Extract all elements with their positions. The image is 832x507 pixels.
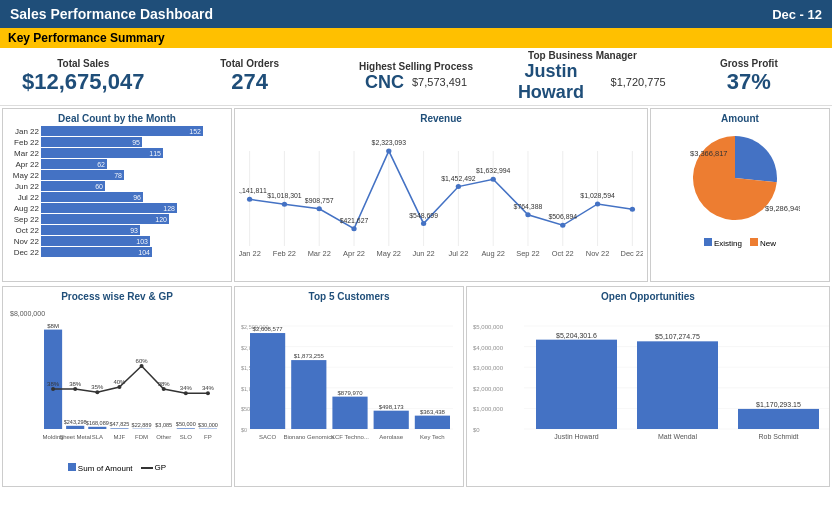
process-wise-title: Process wise Rev & GP (7, 291, 227, 302)
svg-text:Jul 22: Jul 22 (448, 249, 468, 258)
svg-text:$1,873,255: $1,873,255 (294, 353, 325, 359)
bottom-area: Process wise Rev & GP $8,000,000$8MMoldi… (0, 284, 832, 489)
svg-text:$2,000,000: $2,000,000 (473, 386, 504, 392)
hbar-value: 115 (149, 150, 161, 157)
svg-text:$908,757: $908,757 (305, 197, 334, 204)
hbar-bar: 96 (41, 192, 143, 202)
svg-rect-102 (250, 333, 285, 429)
svg-point-46 (630, 207, 635, 212)
svg-rect-50 (44, 330, 62, 429)
hbar-label: Jun 22 (7, 182, 39, 191)
svg-text:Key Tech: Key Tech (420, 434, 445, 440)
hbar-value: 96 (133, 194, 141, 201)
header: Sales Performance Dashboard Dec - 12 (0, 0, 832, 28)
hbar-bar: 128 (41, 203, 177, 213)
open-opps-chart: Open Opportunities $5,000,000$4,000,000$… (466, 286, 830, 487)
top-manager-value: $1,720,775 (611, 76, 666, 88)
deal-bar-row: Jan 22 152 (7, 126, 227, 136)
hbar-bar: 104 (41, 247, 152, 257)
hbar-value: 95 (132, 139, 140, 146)
svg-text:$1,632,994: $1,632,994 (476, 167, 511, 174)
hbar-value: 62 (97, 161, 105, 168)
hbar-label: Jul 22 (7, 193, 39, 202)
deal-bar-row: Apr 22 62 (7, 159, 227, 169)
svg-text:$5,107,274.75: $5,107,274.75 (655, 333, 700, 340)
svg-point-34 (421, 221, 426, 226)
svg-text:Nov 22: Nov 22 (586, 249, 610, 258)
svg-text:SLO: SLO (180, 434, 192, 440)
svg-text:$548,699: $548,699 (409, 212, 438, 219)
hbar-label: Oct 22 (7, 226, 39, 235)
deal-bar-row: Nov 22 103 (7, 236, 227, 246)
deal-bar-row: Mar 22 115 (7, 148, 227, 158)
total-sales-value: $12,675,047 (0, 69, 166, 95)
sum-amount-legend: Sum of Amount (68, 463, 133, 473)
svg-point-32 (386, 149, 391, 154)
hbar-label: Jan 22 (7, 127, 39, 136)
svg-text:Rob Schmidt: Rob Schmidt (758, 433, 798, 440)
deal-count-bars: Jan 22 152 Feb 22 95 Mar 22 115 Apr 22 6… (7, 126, 227, 257)
svg-text:Mar 22: Mar 22 (308, 249, 331, 258)
revenue-chart: Revenue Jan 22Feb 22Mar 22Apr 22May 22Ju… (234, 108, 648, 282)
deal-bar-row: Sep 22 120 (7, 214, 227, 224)
svg-text:$506,894: $506,894 (548, 213, 577, 220)
svg-text:$1,141,811: $1,141,811 (239, 187, 267, 194)
highest-process-value: $7,573,491 (412, 76, 467, 88)
svg-text:60%: 60% (136, 358, 149, 364)
svg-text:Sheet Metal: Sheet Metal (59, 434, 91, 440)
hbar-bar: 95 (41, 137, 142, 147)
svg-text:$2,608,577: $2,608,577 (253, 326, 284, 332)
svg-text:Matt Wendal: Matt Wendal (658, 433, 698, 440)
svg-text:$9,286,949: $9,286,949 (765, 204, 800, 213)
svg-text:$0: $0 (473, 427, 480, 433)
svg-text:$30,000: $30,000 (198, 422, 218, 428)
kpi-row: Total Sales $12,675,047 Total Orders 274… (0, 48, 832, 106)
gross-profit-label: Gross Profit (666, 58, 832, 69)
svg-rect-68 (177, 428, 195, 429)
svg-point-74 (51, 387, 55, 391)
svg-text:Dec 22: Dec 22 (621, 249, 643, 258)
hbar-label: Sep 22 (7, 215, 39, 224)
opps-svg: $5,000,000$4,000,000$3,000,000$2,000,000… (471, 304, 830, 459)
svg-text:Justin Howard: Justin Howard (554, 433, 598, 440)
kpi-gross-profit: Gross Profit 37% (666, 58, 832, 95)
revenue-title: Revenue (239, 113, 643, 124)
new-legend: New (750, 238, 776, 248)
pie-svg: $3,366,817$9,286,949 (680, 126, 800, 236)
svg-point-24 (247, 197, 252, 202)
svg-point-36 (456, 184, 461, 189)
hbar-value: 128 (163, 205, 175, 212)
svg-text:May 22: May 22 (377, 249, 401, 258)
svg-text:$1,028,594: $1,028,594 (580, 192, 615, 199)
hbar-bar: 78 (41, 170, 124, 180)
header-date: Dec - 12 (772, 7, 822, 22)
svg-text:FP: FP (204, 434, 212, 440)
svg-point-80 (117, 385, 121, 389)
svg-rect-59 (110, 428, 128, 429)
top-customers-title: Top 5 Customers (239, 291, 459, 302)
svg-text:34%: 34% (180, 385, 193, 391)
kpi-highest-process: Highest Selling Process CNC $7,573,491 (333, 61, 499, 93)
top-customers-chart: Top 5 Customers $2,500,000$2,000,000$1,5… (234, 286, 464, 487)
svg-text:Aerolase: Aerolase (379, 434, 403, 440)
svg-point-88 (206, 391, 210, 395)
svg-text:$22,889: $22,889 (132, 422, 152, 428)
svg-point-76 (73, 387, 77, 391)
deal-bar-row: Dec 22 104 (7, 247, 227, 257)
svg-text:34%: 34% (202, 385, 215, 391)
hbar-bar: 120 (41, 214, 169, 224)
total-orders-label: Total Orders (166, 58, 332, 69)
svg-rect-108 (332, 397, 367, 429)
svg-text:$2,323,093: $2,323,093 (372, 139, 407, 146)
svg-text:$1,000,000: $1,000,000 (473, 406, 504, 412)
svg-text:$47,825: $47,825 (109, 421, 129, 427)
hbar-bar: 60 (41, 181, 105, 191)
svg-text:Bionano Genomics: Bionano Genomics (283, 434, 334, 440)
svg-point-86 (184, 391, 188, 395)
hbar-value: 152 (189, 128, 201, 135)
top-manager-name: Justin Howard (499, 61, 602, 103)
svg-point-84 (162, 387, 166, 391)
svg-text:Sep 22: Sep 22 (516, 249, 540, 258)
svg-text:35%: 35% (91, 384, 104, 390)
hbar-label: Dec 22 (7, 248, 39, 257)
